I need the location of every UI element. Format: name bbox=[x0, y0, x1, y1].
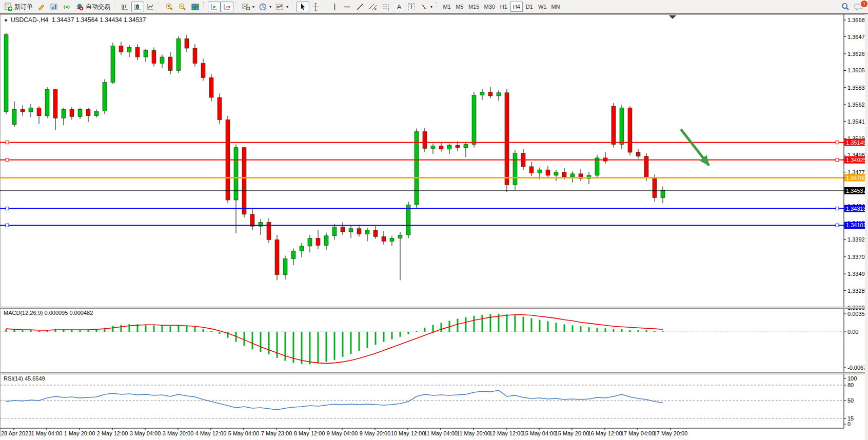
candlestick bbox=[620, 108, 624, 144]
equidistant-channel-button[interactable]: E bbox=[366, 2, 380, 12]
timeframe-m5-button[interactable]: M5 bbox=[453, 2, 466, 12]
candlestick bbox=[505, 93, 509, 185]
periods-clock-icon bbox=[259, 3, 267, 11]
timeframe-w1-button[interactable]: W1 bbox=[536, 2, 549, 12]
candlestick bbox=[78, 109, 82, 116]
candlestick bbox=[570, 174, 575, 177]
toolbar-separator bbox=[292, 2, 295, 11]
candlestick bbox=[341, 227, 345, 232]
toolbar-separator bbox=[235, 2, 238, 11]
panel-splitter-2[interactable] bbox=[0, 373, 868, 374]
arrows-button[interactable]: ▾ bbox=[418, 2, 435, 12]
chart-shift-button[interactable] bbox=[221, 2, 233, 12]
cursor-button[interactable] bbox=[297, 2, 309, 12]
time-axis-label: 16 May 12:00 bbox=[588, 430, 622, 436]
hline-handle-left[interactable] bbox=[6, 158, 9, 162]
candlestick-chart-icon bbox=[133, 3, 142, 11]
indicators-button[interactable]: ▾ bbox=[240, 2, 257, 12]
chat-button[interactable]: 1 bbox=[852, 2, 866, 12]
candlestick-chart-button[interactable] bbox=[131, 2, 144, 12]
candlestick bbox=[423, 132, 427, 149]
time-axis-label: 15 May 20:00 bbox=[555, 430, 589, 436]
text-label-button[interactable]: T bbox=[405, 2, 418, 12]
candlestick bbox=[562, 172, 566, 177]
zoom-in-button[interactable] bbox=[163, 2, 176, 12]
candlestick bbox=[357, 229, 361, 234]
candlestick bbox=[291, 251, 295, 258]
zoom-out-button[interactable] bbox=[176, 2, 189, 12]
timeframe-h1-button[interactable]: H1 bbox=[498, 2, 510, 12]
candlestick bbox=[497, 93, 501, 96]
candlestick bbox=[62, 109, 66, 118]
horizontal-line-button[interactable] bbox=[341, 2, 353, 12]
candlestick bbox=[176, 38, 181, 70]
time-axis-label: 3 May 20:00 bbox=[163, 430, 194, 436]
line-chart-button[interactable] bbox=[144, 2, 157, 12]
crayon-button[interactable] bbox=[35, 2, 48, 12]
indicators-dropdown-caret: ▾ bbox=[252, 5, 254, 9]
candlestick bbox=[250, 214, 254, 226]
candlestick bbox=[4, 35, 8, 112]
timeframe-m1-button[interactable]: M1 bbox=[441, 2, 453, 12]
timeframe-m30-button[interactable]: M30 bbox=[482, 2, 497, 12]
chart-shift-marker[interactable] bbox=[669, 15, 676, 19]
symbol-dropdown-arrow-icon[interactable]: ▼ bbox=[4, 18, 8, 23]
candlestick bbox=[595, 158, 599, 175]
vertical-line-button[interactable] bbox=[328, 2, 341, 12]
auto-scroll-button[interactable] bbox=[208, 2, 221, 12]
chart-ohlc-values: 1.34437 1.34564 1.34434 1.34537 bbox=[52, 16, 146, 24]
arrows-dropdown-caret: ▾ bbox=[430, 5, 432, 9]
periods-button[interactable]: ▾ bbox=[257, 2, 273, 12]
time-axis-label: 1 May 20:00 bbox=[64, 430, 95, 436]
candlestick bbox=[308, 238, 312, 246]
hline-handle-left[interactable] bbox=[6, 207, 9, 210]
fibonacci-button[interactable]: F bbox=[380, 2, 393, 12]
hline-handle-right[interactable] bbox=[836, 141, 839, 144]
bar-chart-button[interactable] bbox=[119, 2, 131, 12]
time-axis-label: 1 May 04:00 bbox=[31, 430, 63, 436]
time-axis-label: 5 May 04:00 bbox=[228, 430, 260, 436]
hline-handle-right[interactable] bbox=[836, 207, 839, 210]
window-right-frame bbox=[865, 14, 868, 440]
macd-indicator-label: MACD(12,26,9) 0.000095 0.000482 bbox=[4, 310, 93, 316]
text-label-icon: T bbox=[408, 3, 415, 10]
rsi-axis-label: 80 bbox=[847, 382, 854, 388]
timeframe-d1-button[interactable]: D1 bbox=[523, 2, 536, 12]
tile-windows-button[interactable] bbox=[189, 2, 202, 12]
candlestick bbox=[209, 77, 213, 97]
candlestick bbox=[152, 51, 156, 64]
charts-icon bbox=[50, 3, 58, 11]
auto-scroll-icon bbox=[210, 3, 219, 11]
templates-button[interactable]: ▾ bbox=[273, 2, 290, 12]
candlestick bbox=[103, 83, 107, 111]
hline-handle-left[interactable] bbox=[6, 224, 9, 227]
candlestick bbox=[94, 111, 98, 115]
timeframe-h4-button[interactable]: H4 bbox=[510, 2, 523, 12]
charts-button[interactable] bbox=[48, 2, 61, 12]
chart-canvas[interactable]: 1.366851.364751.362601.360501.358351.356… bbox=[0, 0, 868, 440]
panel-splitter-1[interactable] bbox=[0, 307, 868, 308]
timeframe-m15-button[interactable]: M15 bbox=[466, 2, 481, 12]
auto-trading-button[interactable]: 自动交易 bbox=[73, 2, 112, 12]
price-flag-label: 1.34700 bbox=[846, 175, 866, 181]
notification-badge: 1 bbox=[860, 0, 868, 8]
crosshair-button[interactable] bbox=[309, 2, 322, 12]
candlestick bbox=[611, 106, 616, 144]
search-button[interactable] bbox=[839, 2, 852, 12]
candlestick bbox=[185, 38, 189, 48]
text-button[interactable]: A bbox=[393, 2, 405, 12]
fibonacci-icon: F bbox=[382, 3, 391, 11]
price-flag-label: 1.34925 bbox=[846, 157, 866, 163]
candlestick bbox=[160, 57, 164, 63]
new-order-button[interactable]: 新订单 bbox=[2, 2, 35, 12]
timeframe-mn-button[interactable]: MN bbox=[549, 2, 562, 12]
hline-handle-left[interactable] bbox=[6, 141, 9, 144]
hline-handle-right[interactable] bbox=[836, 224, 839, 227]
time-axis-label: 10 May 12:00 bbox=[391, 430, 425, 436]
signal-button[interactable] bbox=[61, 2, 73, 12]
time-axis-label: 17 May 20:00 bbox=[654, 430, 688, 436]
candlestick bbox=[111, 46, 115, 82]
trendline-button[interactable] bbox=[353, 2, 366, 12]
hline-handle-right[interactable] bbox=[836, 158, 839, 162]
crosshair-icon bbox=[311, 3, 320, 11]
